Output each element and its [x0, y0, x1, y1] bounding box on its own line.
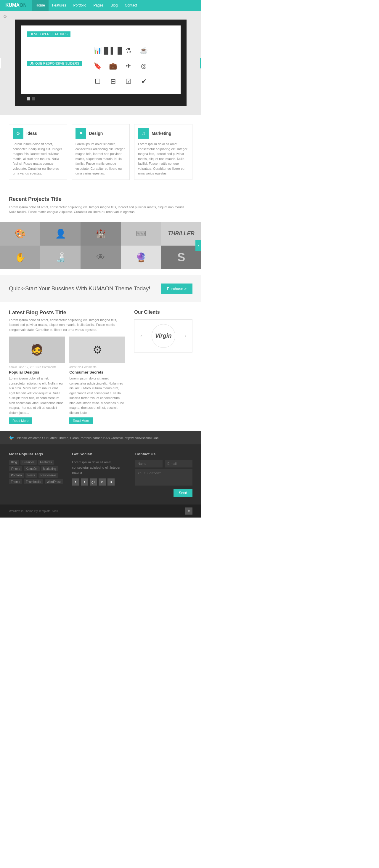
tag-posts[interactable]: Posts	[26, 473, 37, 478]
plane-icon: ✈	[122, 60, 135, 72]
tag-blog[interactable]: Blog	[9, 460, 19, 465]
clients-section: Our Clients ‹ Virgin ›	[134, 310, 192, 424]
design-text: Lorem ipsum dolor sit amet, consectetur …	[75, 142, 126, 176]
contact-name-input[interactable]	[135, 460, 163, 467]
purchase-button[interactable]: Purchase >	[161, 283, 192, 294]
blog-post-1-meta: admin June 12, 2013 No Comments	[9, 366, 65, 369]
hero-arrow-right[interactable]: ›	[200, 58, 201, 68]
tag-theme[interactable]: Theme	[9, 479, 22, 484]
barcode-icon: ▐▌▌▐▌	[106, 44, 120, 57]
blog-post-2-title: Consumer Secrets	[69, 370, 125, 374]
contact-email-input[interactable]	[165, 460, 192, 467]
tag-wordpress[interactable]: WordPress	[45, 479, 63, 484]
feature-design: ⚑ Design Lorem ipsum dolor sit amet, con…	[72, 124, 130, 180]
logo-accent: ON	[20, 3, 27, 8]
blog-post-1: 🧔 admin June 12, 2013 No Comments Popula…	[9, 337, 65, 424]
blog-post-2: ⚙ adme No Comments Consumer Secrets Lore…	[69, 337, 125, 424]
blog-section: Latest Blog Posts Title Lorem ipsum dolo…	[0, 302, 201, 432]
hero-dots	[21, 97, 181, 100]
nav-pages[interactable]: Pages	[90, 0, 107, 11]
back-to-top-button[interactable]: ⇧	[185, 507, 192, 515]
instagram-social-icon[interactable]: in	[99, 478, 106, 486]
ideas-icon: ⚙	[13, 128, 23, 138]
footer-tags-title: Most Popular Tags	[9, 452, 66, 456]
portfolio-item-4[interactable]: ⌨	[121, 222, 161, 246]
linkedin-social-icon[interactable]: li	[107, 478, 115, 486]
blog-posts: 🧔 admin June 12, 2013 No Comments Popula…	[9, 337, 125, 424]
icon-grid: 📊 ▐▌▌▐▌ ⚗ ☕ 🔖 💼 ✈ ◎ ☐ ⊟ ☑ ✔	[91, 44, 150, 88]
tag-thumbnails[interactable]: Thumbnails	[24, 479, 43, 484]
nav-blog[interactable]: Blog	[107, 0, 121, 11]
flask-icon: ⚗	[122, 44, 135, 57]
footer-tags-list: Blog Bussines Features iPhone KumaOn Mar…	[9, 460, 66, 484]
tag-kumaon[interactable]: KumaOn	[24, 466, 39, 471]
portfolio-item-1[interactable]: 🎨	[0, 222, 40, 246]
hero-dot-2[interactable]	[32, 97, 35, 100]
googleplus-social-icon[interactable]: g+	[90, 478, 97, 486]
portfolio-arrow-right[interactable]: ›	[195, 240, 201, 251]
feature-design-header: ⚑ Design	[75, 128, 126, 138]
main-nav: Home Features Portfolio Pages Blog Conta…	[32, 0, 140, 11]
read-more-button-2[interactable]: Read More	[69, 417, 92, 424]
hero-arrow-left[interactable]: ‹	[0, 58, 1, 68]
footer-social-col: Get Social! Lorem ipsum dolor sit amet, …	[72, 452, 129, 497]
clients-arrow-right[interactable]: ›	[183, 332, 188, 340]
portfolio-item-9[interactable]: 🔮	[121, 246, 161, 269]
contact-name-email-row	[135, 460, 192, 469]
facebook-social-icon[interactable]: f	[81, 478, 88, 486]
clients-title: Our Clients	[134, 310, 192, 315]
nav-home[interactable]: Home	[32, 0, 49, 11]
tag-iphone[interactable]: iPhone	[9, 466, 22, 471]
clients-arrow-left[interactable]: ‹	[139, 332, 143, 340]
blog-title: Latest Blog Posts Title	[9, 310, 125, 316]
blog-post-1-text: Lorem ipsum dolor sit amet, consectetur …	[9, 376, 65, 415]
nav-features[interactable]: Features	[49, 0, 70, 11]
marketing-title: Marketing	[152, 131, 171, 136]
portfolio-grid-wrapper: 🎨 👤 🏰 ⌨ THRILLER ✋ 🍶 👁	[0, 222, 201, 269]
clients-logo: Virgin	[143, 324, 183, 348]
ideas-title: Ideas	[26, 131, 37, 136]
logo: KUMAON	[0, 0, 32, 11]
ideas-text: Lorem ipsum dolor sit amet, consectetur …	[13, 142, 63, 176]
portfolio-item-7[interactable]: 🍶	[40, 246, 81, 269]
logo-text: KUMA	[5, 3, 20, 8]
blog-post-1-title: Popular Designs	[9, 370, 65, 374]
footer-bottom-text: WordPress Theme By TemplateStock	[9, 509, 58, 513]
blog-main: Latest Blog Posts Title Lorem ipsum dolo…	[9, 310, 125, 424]
recent-projects-section: Recent Projects Title Lorem ipsum dolor …	[0, 189, 201, 222]
twitter-social-icon[interactable]: t	[72, 478, 79, 486]
contact-content-input[interactable]	[135, 469, 192, 486]
footer-contact-col: Contact Us Send	[135, 452, 192, 497]
footer-social-text: Lorem ipsum dolor sit amet, consectetur …	[72, 460, 129, 475]
hero-dot-1[interactable]	[27, 97, 30, 100]
design-title: Design	[89, 131, 103, 136]
tag-bussines[interactable]: Bussines	[21, 460, 37, 465]
feature-ideas-header: ⚙ Ideas	[13, 128, 63, 138]
read-more-button-1[interactable]: Read More	[9, 417, 32, 424]
social-icons: t f g+ in li	[72, 478, 129, 486]
tag-features[interactable]: Features	[38, 460, 54, 465]
recent-projects-desc: Lorem ipsum dolor sit amet, consectetur …	[9, 205, 192, 215]
gear-icon[interactable]: ⚙	[3, 13, 7, 19]
target-icon: ◎	[137, 60, 150, 72]
hero-slider: DEVELOPER FEATURES UNIQUE RESPONSIVE SLI…	[15, 20, 187, 106]
nav-portfolio[interactable]: Portfolio	[70, 0, 90, 11]
footer-bottom: WordPress Theme By TemplateStock ⇧	[0, 504, 201, 518]
tag-portfolio[interactable]: Portfolio	[9, 473, 24, 478]
cta-title: Quick-Start Your Bussines With KUMAON Th…	[9, 285, 150, 292]
check-mark-icon: ✔	[137, 75, 150, 88]
tag-responsive[interactable]: Responsive	[38, 473, 58, 478]
tag-marketing[interactable]: Marketing	[41, 466, 58, 471]
design-icon: ⚑	[75, 128, 86, 138]
portfolio-item-6[interactable]: ✋	[0, 246, 40, 269]
portfolio-item-2[interactable]: 👤	[40, 222, 81, 246]
portfolio-item-8[interactable]: 👁	[81, 246, 121, 269]
footer-contact-title: Contact Us	[135, 452, 192, 456]
send-button[interactable]: Send	[173, 489, 192, 497]
portfolio-item-3[interactable]: 🏰	[81, 222, 121, 246]
virgin-logo: Virgin	[152, 324, 175, 348]
hero-badge2: UNIQUE RESPONSIVE SLIDERS	[27, 61, 82, 66]
twitter-icon: 🐦	[9, 435, 14, 440]
minus-square-icon: ⊟	[106, 75, 120, 88]
nav-contact[interactable]: Contact	[121, 0, 140, 11]
